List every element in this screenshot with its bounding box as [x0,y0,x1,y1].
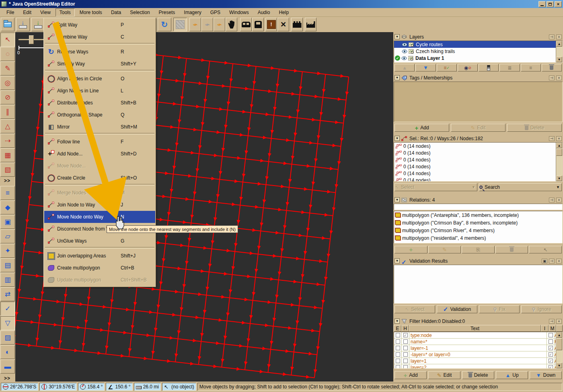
scroll-down-icon[interactable]: ▼ [556,363,562,368]
filter-down-button[interactable]: ▼Down [530,371,562,379]
filter-row[interactable]: layer=-1 A [394,345,562,351]
dropdown-icon[interactable]: ▼ [556,185,560,189]
collapse-icon[interactable]: ▼ [395,258,400,263]
menu-item[interactable]: Add Node... Shift+D [44,148,155,160]
scroll-up-icon[interactable]: ▲ [556,41,562,47]
open-file-button[interactable] [1,18,14,31]
sticky-icon[interactable]: ⊣ [549,259,555,263]
menubar-item[interactable]: Data [107,8,125,16]
hide-checkbox[interactable] [403,359,408,363]
close-icon[interactable]: × [556,76,562,80]
castle-preset-button[interactable] [291,18,303,31]
sticky-icon[interactable]: ⊣ [549,198,555,202]
close-icon[interactable]: × [556,136,562,141]
close-icon[interactable]: × [556,198,562,202]
edit-relation-button[interactable]: ✎ [428,246,461,253]
menu-item[interactable]: Move Node onto Way N [44,211,155,223]
draw-node-tool[interactable]: ✎ [0,61,15,76]
sticky-icon[interactable]: ⊣ [549,319,555,324]
select-relation-button[interactable]: ↖ [529,246,562,253]
scroll-down-icon[interactable]: ▼ [556,176,562,181]
changesets-dialog[interactable]: ▤ [0,258,15,272]
fix-button[interactable]: ⚲Fix [479,305,520,313]
factory-preset-button[interactable] [305,18,316,31]
hide-checkbox[interactable] [403,365,408,369]
sticky-icon[interactable]: ⊣ [549,35,555,39]
edit-toolbar-overflow[interactable]: >> [0,177,14,185]
upload-data-button[interactable]: ↓ [31,18,45,31]
ignore-button[interactable]: ⚲Ignore [521,305,562,313]
bus-preset-button[interactable] [252,18,264,31]
building-tool[interactable]: ▦ [0,148,15,162]
menubar-item[interactable]: Edit [19,8,35,16]
download-data-button[interactable]: ↓ [16,18,30,31]
menu-item[interactable]: Join Node to Way J [44,199,155,211]
enable-checkbox[interactable] [396,346,400,350]
menu-item[interactable]: Simplify Way Shift+Y [44,58,155,70]
menu-item[interactable]: Distribute Nodes Shift+B [44,97,155,109]
restaurant-preset-button[interactable]: ✕ [277,18,289,31]
filter-dialog[interactable]: ▽ [0,316,15,330]
close-button[interactable]: × [555,1,562,7]
hazard-preset-button[interactable]: ! [265,18,277,31]
tags-dialog[interactable]: ◆ [0,200,15,214]
inverted-checkbox[interactable] [549,333,553,337]
menu-item[interactable]: Merge Nodes M [44,187,155,199]
filter-row[interactable]: -layer=* or layer=0 A [394,351,562,358]
menubar-item[interactable]: View [36,8,55,16]
relation-row[interactable]: multipolygon ("residential", 4 members) [394,234,562,242]
combine-way-button[interactable]: ⌁ [189,18,201,31]
filter-row[interactable]: layer=2 A [394,364,562,369]
sticky-icon[interactable]: ⊣ [549,76,555,80]
scroll-down-icon[interactable]: ▼ [556,57,562,62]
search-button[interactable]: Search▼ [479,183,562,191]
collapse-icon[interactable]: ▼ [395,318,400,324]
map-paint-dialog[interactable]: ▨ [0,331,15,345]
menubar-item[interactable]: Audio [254,8,274,16]
enable-checkbox[interactable] [396,365,400,369]
authors-dialog[interactable]: ▥ [0,273,15,287]
imagery-offset-button[interactable] [173,18,187,31]
relation-row[interactable]: multipolygon ("Crimson River", 4 members… [394,227,562,234]
extrude-tool[interactable]: △ [0,119,15,133]
menubar-item[interactable]: Windows [225,8,253,16]
filter-up-button[interactable]: ▲Up [496,371,528,379]
collapse-icon[interactable]: ▼ [395,34,400,39]
menu-item[interactable]: Align Nodes in Line L [44,85,155,97]
inverted-checkbox[interactable] [549,346,553,350]
hide-checkbox[interactable] [403,333,408,337]
eye-icon[interactable] [401,56,407,60]
command-stack-dialog[interactable]: ✦ [0,244,15,258]
merge-layer-button[interactable]: ≣ [499,64,520,71]
validation-results-list[interactable] [394,265,563,304]
menubar-item[interactable]: Presets [155,8,179,16]
conflict-dialog[interactable]: ⇄ [0,287,15,301]
selection-row[interactable]: 0 (14 nodes) [394,170,562,177]
menu-item[interactable]: Join overlapping Areas Shift+J [44,250,155,262]
selection-row[interactable]: 0 (14 nodes) [394,177,562,182]
zoom-slider-handle[interactable] [29,35,34,44]
eye-icon[interactable] [402,43,407,47]
close-icon[interactable]: × [556,319,562,324]
layer-up-button[interactable]: ▲ [395,64,415,71]
collapse-icon[interactable]: ▼ [395,75,400,80]
delete-layer-button[interactable] [542,64,562,71]
layer-row[interactable]: ✓ Data Layer 1 [394,55,562,61]
validation-dialog[interactable]: ✓ [0,302,15,316]
menubar-item[interactable]: Imagery [180,8,205,16]
parallel-way-tool[interactable]: ∥ [0,105,15,119]
menubar-item[interactable]: Tools [55,8,75,16]
unglue-way-button[interactable]: ⌁ [214,18,225,31]
scroll-up-icon[interactable]: ▲ [556,332,562,338]
filter-row[interactable]: type:node A [394,332,562,339]
layer-activate-button[interactable]: ≡✓ [437,64,457,71]
duplicate-relation-button[interactable]: ⎘ [462,246,495,253]
menubar-item[interactable]: File [2,8,18,16]
scroll-up-icon[interactable]: ▲ [556,143,562,148]
selection-row[interactable]: 0 (14 nodes) [394,163,562,170]
menu-item[interactable]: Align Nodes in Circle O [44,73,155,85]
menu-item[interactable]: Mirror Shift+M [44,121,155,133]
menu-item[interactable]: Split Way P [44,19,155,31]
menu-item[interactable]: Move Node... [44,160,155,172]
edit-tag-button[interactable]: ✎Edit [451,124,505,132]
